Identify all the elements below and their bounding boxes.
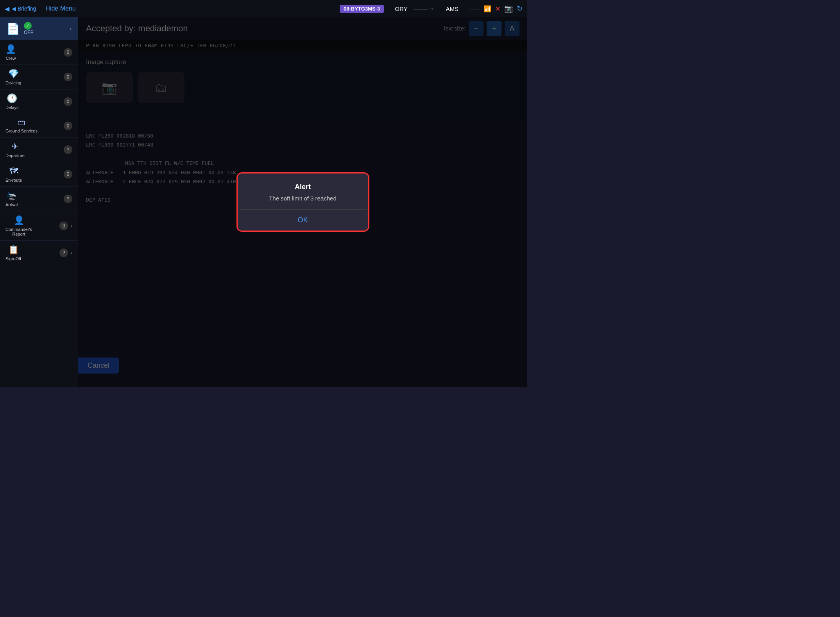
enroute-label: En-route [5, 178, 22, 182]
crew-label: Crew [6, 56, 16, 61]
ground-services-badge: 0 [64, 122, 72, 130]
nav-icons: —— 📶 ✕ 📷 ↻ [469, 4, 523, 13]
commanders-label: Commander'sReport [5, 227, 32, 236]
document-icon: 📄 [6, 22, 20, 35]
sidebar-item-arrival[interactable]: 🛬 Arrival ? [0, 187, 78, 211]
sidebar-item-departure[interactable]: ✈ Departure ? [0, 138, 78, 162]
check-badge: ✓ [24, 22, 32, 30]
commanders-icon: 👤 [14, 215, 24, 225]
alert-message: The soft limit of 3 reached [245, 195, 360, 202]
arrival-icon: 🛬 [6, 191, 17, 201]
hide-menu-button[interactable]: Hide Menu [45, 5, 75, 12]
signoff-chevron: › [70, 250, 72, 256]
back-label: ◀ Briefing [12, 5, 36, 12]
sidebar-active-chevron: › [70, 25, 72, 32]
signal-icon: —— [469, 6, 480, 12]
destination-airport: AMS [446, 5, 459, 12]
sidebar-item-ground-services[interactable]: 🗃 Ground Services 0 [0, 114, 78, 138]
camera-icon[interactable]: 📷 [504, 4, 513, 13]
sidebar-item-signoff[interactable]: 📋 Sign-Off ? › [0, 241, 78, 265]
sidebar-item-deicing[interactable]: 💎 De-icing 0 [0, 65, 78, 89]
arrival-badge: ? [64, 195, 72, 203]
sidebar: 📄 ✓ OFP › 👤 Crew 0 💎 De-icing 0 🕐 Delays [0, 17, 78, 387]
ground-services-label: Ground Services [5, 129, 38, 133]
signoff-label: Sign-Off [5, 256, 21, 261]
alert-dialog: Alert The soft limit of 3 reached OK [236, 172, 369, 232]
back-icon: ◀ [5, 5, 9, 13]
enroute-icon: 🗺 [9, 166, 18, 176]
signoff-badge: ? [59, 249, 68, 257]
enroute-badge: 0 [64, 170, 72, 179]
alert-overlay: Alert The soft limit of 3 reached OK [78, 17, 527, 387]
wifi-icon: 📶 [484, 5, 491, 13]
alert-title: Alert [245, 183, 360, 191]
sidebar-active-doc[interactable]: 📄 ✓ OFP › [0, 17, 78, 40]
ofp-label: OFP [24, 30, 34, 35]
sidebar-item-delays[interactable]: 🕐 Delays 0 [0, 89, 78, 114]
x-icon: ✕ [495, 5, 500, 13]
deicing-label: De-icing [5, 80, 21, 85]
check-icon: ✓ [26, 23, 30, 29]
arrival-label: Arrival [5, 202, 18, 207]
departure-badge: ? [64, 145, 72, 154]
sidebar-item-enroute[interactable]: 🗺 En-route 0 [0, 162, 78, 187]
commanders-badge: 0 [59, 222, 68, 230]
refresh-icon[interactable]: ↻ [517, 4, 523, 13]
delays-badge: 0 [64, 97, 72, 106]
ground-services-icon: 🗃 [18, 118, 25, 127]
back-button[interactable]: ◀ ◀ Briefing [5, 5, 36, 13]
main-content: Accepted by: mediademon Text size: − + A… [78, 17, 527, 387]
flight-badge: 08-BYTG3MS-3 [340, 5, 384, 13]
sidebar-item-crew[interactable]: 👤 Crew 0 [0, 40, 78, 65]
deicing-badge: 0 [64, 73, 72, 81]
delays-label: Delays [5, 105, 19, 110]
alert-body: Alert The soft limit of 3 reached [238, 173, 368, 209]
crew-icon: 👤 [5, 44, 16, 54]
departure-icon: ✈ [11, 141, 18, 152]
sidebar-item-commanders-report[interactable]: 👤 Commander'sReport 0 › [0, 211, 78, 241]
commanders-chevron: › [70, 223, 72, 229]
deicing-icon: 💎 [8, 69, 19, 79]
top-nav: ◀ ◀ Briefing Hide Menu 08-BYTG3MS-3 ORY … [0, 0, 527, 17]
route-arrow: ——→ [414, 5, 435, 13]
alert-ok-button[interactable]: OK [238, 210, 368, 231]
departure-label: Departure [5, 153, 25, 158]
crew-badge: 0 [64, 48, 72, 57]
delays-icon: 🕐 [7, 93, 17, 104]
origin-airport: ORY [395, 5, 407, 12]
signoff-icon: 📋 [8, 245, 19, 255]
